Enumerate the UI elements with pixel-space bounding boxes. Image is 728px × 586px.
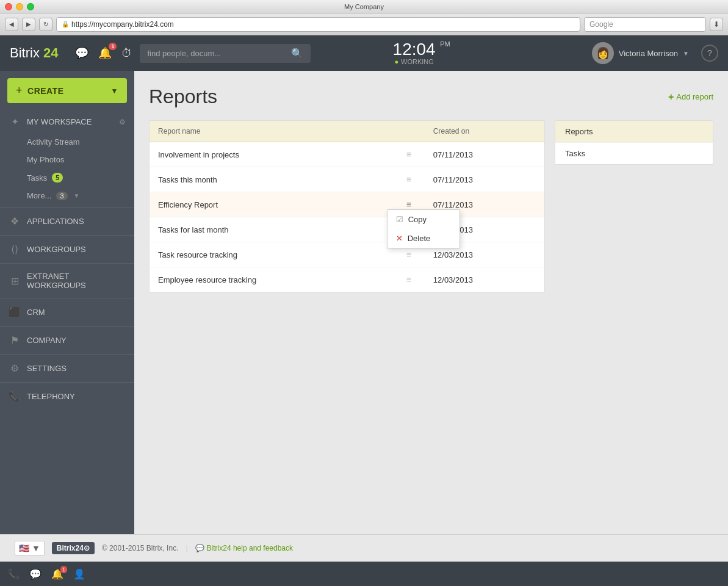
- row-actions-employee-resource[interactable]: ≡: [393, 267, 425, 292]
- header-icons: 💬 🔔 1 ⏱: [75, 46, 132, 60]
- bottom-notification-badge: 1: [60, 566, 67, 573]
- my-photos-label: My Photos: [27, 155, 64, 164]
- back-button[interactable]: ◀: [5, 18, 18, 31]
- sidebar-label-workgroups: WORKGROUPS: [27, 245, 126, 254]
- notifications-button[interactable]: 🔔 1: [98, 46, 112, 60]
- bottom-chat-icon[interactable]: 💬: [29, 568, 41, 580]
- footer-flag[interactable]: 🇺🇸 ▼: [15, 541, 45, 555]
- sidebar-item-my-workspace[interactable]: ✦ MY WORKSPACE ⚙: [0, 110, 134, 133]
- gear-icon[interactable]: ⚙: [119, 118, 126, 126]
- bottom-user-icon[interactable]: 👤: [73, 568, 85, 580]
- sidebar-divider-7: [0, 382, 134, 383]
- forward-button[interactable]: ▶: [22, 18, 35, 31]
- sidebar-section-workspace: ✦ MY WORKSPACE ⚙ Activity Stream My Phot…: [0, 110, 134, 204]
- col-header-created: Created on: [425, 121, 544, 142]
- workgroups-icon: ⟨⟩: [9, 244, 21, 255]
- sidebar-item-applications[interactable]: ❖ APPLICATIONS: [0, 210, 134, 233]
- app-header: Bitrix 24 💬 🔔 1 ⏱ find people, docum... …: [0, 35, 728, 71]
- sidebar-divider-2: [0, 235, 134, 236]
- row-name-employee-resource[interactable]: Employee resource tracking: [150, 267, 393, 292]
- sidebar-item-settings[interactable]: ⚙ SETTINGS: [0, 357, 134, 380]
- more-chevron-icon: ▼: [74, 192, 80, 199]
- row-actions-tasks-month[interactable]: ≡: [393, 167, 425, 192]
- table-row: Employee resource tracking ≡ 12/03/2013: [150, 267, 544, 292]
- header-search-placeholder: find people, docum...: [147, 49, 221, 58]
- chat-bubble-icon: 💬: [195, 544, 204, 552]
- header-search[interactable]: find people, docum... 🔍: [140, 44, 311, 63]
- bottom-bell-icon[interactable]: 🔔 1: [51, 568, 63, 580]
- close-window-button[interactable]: [5, 3, 12, 10]
- page-header: Reports + Add report: [149, 85, 713, 108]
- table-row: Tasks this month ≡ 07/11/2013: [150, 167, 544, 192]
- sidebar-item-telephony[interactable]: 📞 TELEPHONY: [0, 385, 134, 408]
- row-name-task-resource[interactable]: Task resource tracking: [150, 242, 393, 267]
- user-profile-button[interactable]: 👩 Victoria Morrison ▼: [592, 42, 689, 64]
- row-actions-efficiency[interactable]: ≡ ☑ Copy ✕: [393, 192, 425, 217]
- search-icon: 🔍: [291, 48, 303, 59]
- activity-icon-button[interactable]: ⏱: [121, 47, 132, 60]
- help-label: ?: [707, 48, 712, 58]
- reload-button[interactable]: ↻: [39, 18, 52, 31]
- browser-search-bar[interactable]: Google: [584, 17, 706, 32]
- create-button[interactable]: + CREATE ▼: [7, 78, 127, 103]
- row-menu-icon[interactable]: ≡: [402, 147, 416, 162]
- minimize-window-button[interactable]: [16, 3, 23, 10]
- right-panel: Reports Tasks: [555, 120, 713, 165]
- add-report-link[interactable]: + Add report: [668, 92, 713, 103]
- row-actions-involvement[interactable]: ≡: [393, 142, 425, 167]
- browser-window-controls: [5, 3, 34, 10]
- row-date-employee-resource: 12/03/2013: [425, 267, 544, 292]
- row-menu-icon[interactable]: ≡: [402, 272, 416, 287]
- row-name-efficiency[interactable]: Efficiency Report: [150, 192, 393, 217]
- footer-help-link[interactable]: 💬 Bitrix24 help and feedback: [195, 544, 293, 552]
- create-plus-icon: +: [16, 84, 23, 97]
- header-time-display: 12:04 PM ● WORKING: [393, 41, 436, 65]
- context-menu-copy[interactable]: ☑ Copy: [387, 210, 460, 229]
- create-arrow-icon: ▼: [111, 87, 118, 95]
- right-panel-reports-label: Reports: [565, 127, 593, 136]
- table-header: Report name Created on: [150, 121, 544, 142]
- help-button[interactable]: ?: [701, 45, 718, 62]
- sidebar-item-my-photos[interactable]: My Photos: [0, 151, 134, 168]
- maximize-window-button[interactable]: [27, 3, 34, 10]
- row-menu-icon[interactable]: ≡: [402, 247, 416, 262]
- sidebar-item-tasks[interactable]: Tasks 5: [0, 168, 134, 187]
- right-panel-item-tasks[interactable]: Tasks: [555, 143, 713, 164]
- more-label: More...: [27, 191, 51, 200]
- sidebar-label-extranet: EXTRANET WORKGROUPS: [27, 272, 126, 290]
- sidebar-item-workgroups[interactable]: ⟨⟩ WORKGROUPS: [0, 238, 134, 261]
- context-menu-delete[interactable]: ✕ Delete: [387, 229, 460, 248]
- row-name-tasks-month[interactable]: Tasks this month: [150, 167, 393, 192]
- applications-icon: ❖: [9, 215, 21, 227]
- right-panel-item-reports[interactable]: Reports: [555, 121, 713, 143]
- sidebar-item-extranet[interactable]: ⊞ EXTRANET WORKGROUPS: [0, 266, 134, 295]
- url-bar[interactable]: 🔒 https://mycompany.bitrix24.com: [56, 17, 580, 32]
- time-status: ● WORKING: [394, 58, 433, 65]
- row-name-tasks-last-month[interactable]: Tasks for last month: [150, 217, 393, 242]
- row-menu-icon[interactable]: ≡: [402, 172, 416, 187]
- sidebar-divider-4: [0, 298, 134, 298]
- chat-icon-button[interactable]: 💬: [75, 46, 88, 60]
- download-button[interactable]: ⬇: [710, 18, 723, 31]
- tasks-label: Tasks: [27, 173, 47, 183]
- bottom-status-bar: 📞 💬 🔔 1 👤: [0, 562, 728, 586]
- reports-table: Report name Created on Involvement in pr…: [150, 121, 544, 292]
- logo-bitrix-text: Bitrix: [10, 45, 40, 60]
- sidebar-divider-3: [0, 263, 134, 264]
- page-title: Reports: [149, 85, 217, 108]
- table-row: Tasks for last month ≡ 07/11/2013: [150, 217, 544, 242]
- sidebar-divider-6: [0, 354, 134, 355]
- sidebar-item-crm[interactable]: ⬛ CRM: [0, 301, 134, 324]
- context-menu: ☑ Copy ✕ Delete: [387, 209, 460, 248]
- browser-title: My Company: [344, 3, 384, 10]
- lock-icon: 🔒: [62, 21, 69, 27]
- sidebar-item-activity-stream[interactable]: Activity Stream: [0, 133, 134, 151]
- sidebar-item-more[interactable]: More... 3 ▼: [0, 187, 134, 204]
- right-panel-tasks-label: Tasks: [565, 149, 585, 158]
- bottom-phone-icon[interactable]: 📞: [7, 568, 20, 580]
- sidebar: + CREATE ▼ ✦ MY WORKSPACE ⚙ Activity Str…: [0, 71, 134, 534]
- row-name-involvement[interactable]: Involvement in projects: [150, 142, 393, 167]
- table-row: Efficiency Report ≡ ☑ Copy: [150, 192, 544, 217]
- sidebar-item-company[interactable]: ⚑ COMPANY: [0, 329, 134, 352]
- user-name: Victoria Morrison: [619, 49, 678, 58]
